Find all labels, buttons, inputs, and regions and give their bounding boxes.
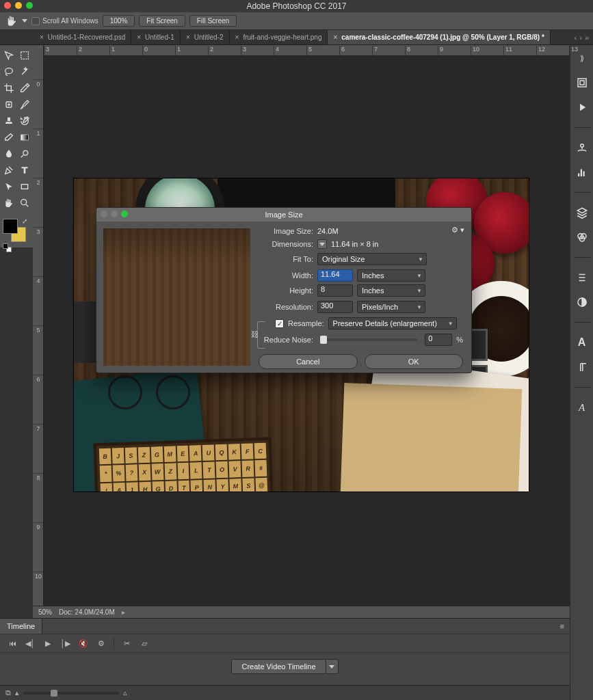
character-panel-icon[interactable]: A [575, 335, 590, 350]
dodge-tool-icon[interactable] [17, 146, 31, 161]
dialog-title: Image Size [265, 211, 302, 219]
close-tab-icon[interactable]: × [186, 33, 190, 41]
document-tab[interactable]: ×Untitled-1 [131, 30, 181, 44]
default-colors-icon[interactable] [3, 243, 12, 253]
ok-button[interactable]: OK [365, 354, 464, 369]
glyphs-panel-icon[interactable]: A [575, 400, 590, 415]
minimize-window-icon[interactable] [15, 2, 22, 9]
width-input[interactable]: 11.64 [317, 269, 353, 282]
dialog-preview[interactable] [103, 228, 250, 366]
path-selection-tool-icon[interactable] [1, 179, 16, 194]
brush-tool-icon[interactable] [17, 97, 31, 112]
reduce-noise-slider[interactable] [320, 338, 418, 341]
actions-panel-icon[interactable] [575, 100, 590, 115]
close-tab-icon[interactable]: × [40, 33, 44, 41]
resample-checkbox[interactable]: ✓ [275, 319, 284, 328]
magic-wand-tool-icon[interactable] [17, 64, 31, 79]
dialog-settings-icon[interactable]: ⚙ ▾ [451, 226, 464, 234]
gradient-tool-icon[interactable] [17, 130, 31, 145]
fit-to-select[interactable]: Original Size▼ [317, 253, 427, 265]
channels-panel-icon[interactable] [575, 230, 590, 245]
rectangle-tool-icon[interactable] [17, 179, 31, 194]
create-timeline-dropdown-icon[interactable] [326, 659, 339, 674]
dialog-titlebar[interactable]: Image Size [96, 208, 471, 221]
history-panel-icon[interactable] [575, 75, 590, 90]
create-video-timeline-button[interactable]: Create Video Timeline [231, 659, 326, 674]
healing-brush-tool-icon[interactable] [1, 97, 16, 112]
prev-frame-icon[interactable]: ◀│ [25, 639, 36, 648]
brush-settings-panel-icon[interactable] [575, 140, 590, 155]
width-unit-select[interactable]: Inches▼ [357, 269, 425, 282]
maximize-window-icon[interactable] [26, 2, 33, 9]
zoom-out-icon[interactable]: ▴ [15, 688, 19, 697]
document-tab[interactable]: ×fruit-and-veggie-heart.png [230, 30, 328, 44]
type-tool-icon[interactable] [17, 163, 31, 178]
timeline-tab[interactable]: Timeline [0, 619, 42, 634]
timeline-toggle-icon[interactable]: ⧉ [5, 688, 11, 697]
document-tab[interactable]: ×Untitled-2 [181, 30, 230, 44]
timeline-settings-icon[interactable]: ⚙ [96, 639, 107, 648]
dimensions-unit-dropdown[interactable] [317, 239, 327, 249]
options-bar: Scroll All Windows 100% Fit Screen Fill … [0, 12, 593, 30]
foreground-color-swatch[interactable] [3, 219, 18, 234]
zoom-in-icon[interactable]: ▵ [123, 688, 127, 697]
blur-tool-icon[interactable] [1, 146, 16, 161]
zoom-level[interactable]: 50% [38, 608, 52, 616]
split-clip-icon[interactable]: ✂ [121, 639, 132, 648]
next-frame-icon[interactable]: │▶ [60, 639, 71, 648]
color-swatches[interactable]: ⤢ [1, 217, 29, 245]
fill-screen-button[interactable]: Fill Screen [189, 15, 237, 27]
eyedropper-tool-icon[interactable] [17, 81, 31, 96]
mute-icon[interactable]: 🔇 [78, 639, 89, 648]
move-tool-icon[interactable] [1, 48, 16, 63]
document-tab-active[interactable]: ×camera-classic-coffee-407294 (1).jpg @ … [328, 30, 550, 44]
status-menu-icon[interactable]: ▸ [122, 608, 125, 616]
resolution-input[interactable]: 300 [317, 301, 353, 313]
histogram-panel-icon[interactable] [575, 165, 590, 180]
crop-tool-icon[interactable] [1, 81, 16, 96]
hand-tool-icon[interactable] [5, 15, 18, 27]
tool-preset-dropdown-icon[interactable] [22, 19, 27, 23]
resolution-unit-select[interactable]: Pixels/Inch▼ [357, 301, 425, 313]
transition-icon[interactable]: ▱ [139, 639, 150, 648]
scroll-all-windows-checkbox[interactable]: Scroll All Windows [31, 17, 98, 25]
properties-panel-icon[interactable] [575, 270, 590, 285]
fit-screen-button[interactable]: Fit Screen [139, 15, 185, 27]
dialog-close-icon[interactable] [101, 211, 107, 217]
go-to-first-frame-icon[interactable]: ⏮ [7, 639, 18, 647]
close-tab-icon[interactable]: × [235, 33, 239, 41]
height-input[interactable]: 8 [317, 284, 353, 297]
eraser-tool-icon[interactable] [1, 130, 16, 145]
adjustments-panel-icon[interactable] [575, 295, 590, 310]
timeline-zoom-slider[interactable] [23, 692, 119, 695]
play-icon[interactable]: ▶ [42, 639, 53, 648]
layers-panel-icon[interactable] [575, 205, 590, 220]
tab-overflow-menu-icon[interactable]: » [585, 33, 589, 42]
tab-nav-left-icon[interactable]: ‹ [575, 33, 577, 42]
lasso-tool-icon[interactable] [1, 64, 16, 79]
height-unit-select[interactable]: Inches▼ [357, 284, 425, 297]
document-tab[interactable]: ×Untitled-1-Recovered.psd [34, 30, 131, 44]
hand-tool-icon[interactable] [1, 196, 16, 211]
cancel-button[interactable]: Cancel [259, 354, 358, 369]
marquee-tool-icon[interactable] [17, 48, 31, 63]
vertical-ruler[interactable]: 012345678910 [33, 45, 44, 618]
paragraph-panel-icon[interactable] [575, 360, 590, 375]
constrain-proportions-icon[interactable] [257, 321, 265, 349]
tab-nav-right-icon[interactable]: › [579, 33, 582, 42]
pen-tool-icon[interactable] [1, 163, 16, 178]
panel-menu-icon[interactable]: ≡ [555, 622, 570, 630]
swap-colors-icon[interactable]: ⤢ [22, 217, 27, 225]
close-tab-icon[interactable]: × [333, 33, 337, 41]
zoom-tool-icon[interactable] [17, 196, 31, 211]
horizontal-ruler[interactable]: 32101234567891011121314 [44, 45, 570, 56]
dialog-zoom-icon[interactable] [121, 211, 128, 217]
history-brush-tool-icon[interactable] [17, 113, 31, 129]
close-window-icon[interactable] [4, 2, 11, 9]
resample-method-select[interactable]: Preserve Details (enlargement)▼ [328, 317, 457, 329]
zoom-100-button[interactable]: 100% [103, 15, 135, 27]
close-tab-icon[interactable]: × [137, 33, 141, 41]
reduce-noise-input[interactable]: 0 [425, 334, 452, 346]
clone-stamp-tool-icon[interactable] [1, 113, 16, 129]
document-tabs: ×Untitled-1-Recovered.psd ×Untitled-1 ×U… [0, 30, 593, 45]
